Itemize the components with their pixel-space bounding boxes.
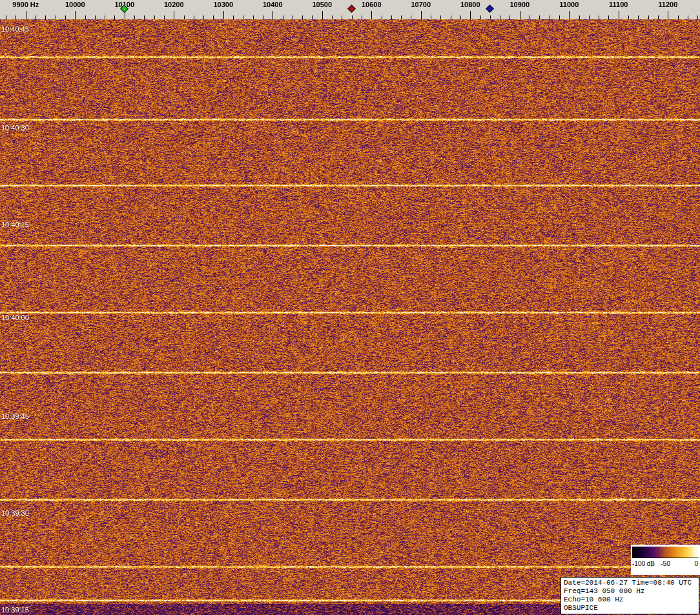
colorbar-min-label: -100 dB	[632, 560, 655, 567]
time-tick-label: 10:40:15	[1, 221, 29, 228]
freq-tick-label: 10600	[362, 1, 382, 8]
freq-tick-label: 10700	[411, 1, 431, 8]
info-station-name: OBSUPICE	[564, 604, 696, 612]
time-tick-label: 10:39:15	[1, 606, 29, 614]
freq-tick-label: 11100	[609, 1, 628, 8]
freq-tick-label: 10800	[460, 1, 480, 8]
spectrogram-waterfall	[0, 19, 700, 615]
freq-tick-label: 9900 Hz	[12, 1, 39, 8]
info-date-time: Date=2014-06-27 Time=08:40 UTC	[564, 579, 696, 587]
colorbar-gradient	[632, 547, 699, 558]
time-tick-label: 10:40:00	[1, 314, 29, 321]
time-tick-label: 10:39:45	[1, 412, 29, 420]
time-tick-label: 10:39:30	[1, 509, 29, 517]
info-echo-frequency: Echo=10 600 Hz	[564, 596, 696, 604]
freq-tick-label: 10300	[213, 1, 233, 8]
colorbar-scale: -100 dB -50 0	[632, 558, 699, 572]
time-tick-label: 10:40:45	[1, 25, 29, 33]
colorbar-legend: -100 dB -50 0	[631, 545, 700, 575]
time-tick-label: 10:40:30	[1, 124, 29, 132]
freq-tick-label: 10200	[164, 1, 184, 8]
colorbar-mid-label: -50	[661, 560, 670, 567]
freq-tick-label: 10900	[510, 1, 530, 8]
observation-info-box: Date=2014-06-27 Time=08:40 UTC Freq=143 …	[561, 577, 699, 614]
colorbar-max-label: 0	[694, 560, 698, 567]
freq-tick-label: 11000	[559, 1, 579, 8]
frequency-ruler: 9900 Hz100001010010200103001040010500106…	[0, 0, 700, 19]
freq-tick-label: 10500	[312, 1, 332, 8]
freq-tick-label: 10400	[263, 1, 283, 8]
info-frequency: Freq=143 050 000 Hz	[564, 587, 696, 596]
freq-tick-label: 11200	[658, 1, 677, 8]
spectrogram-window: 9900 Hz100001010010200103001040010500106…	[0, 0, 700, 615]
freq-tick-label: 10000	[65, 1, 85, 8]
